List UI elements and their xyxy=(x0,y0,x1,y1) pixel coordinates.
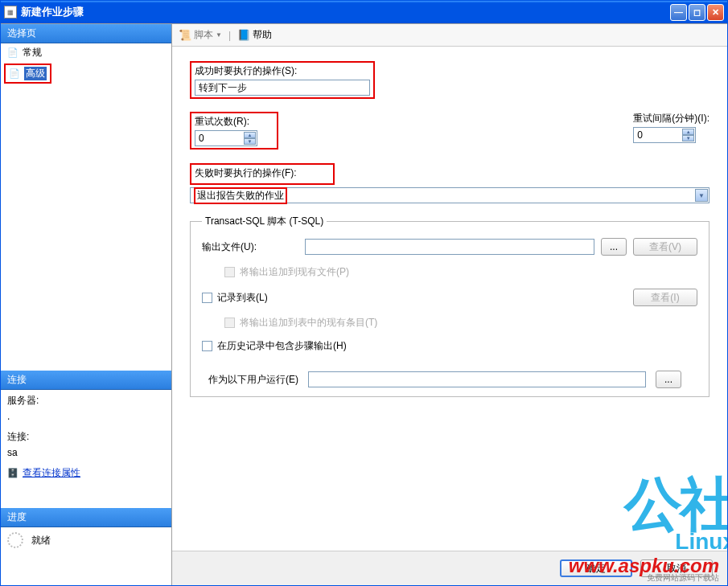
combo-value: 退出报告失败的作业 xyxy=(197,190,284,201)
connection-value: sa xyxy=(7,447,165,458)
titlebar: ▦ 新建作业步骤 — ◻ ✕ xyxy=(1,1,727,23)
spinner-value: 0 xyxy=(199,133,204,144)
retry-count-label: 重试次数(R): xyxy=(195,115,274,129)
spinner-value: 0 xyxy=(637,129,643,141)
script-icon: 📜 xyxy=(179,29,191,41)
server-value: . xyxy=(7,411,165,422)
view-v-button: 查看(V) xyxy=(633,238,697,256)
maximize-button[interactable]: ◻ xyxy=(689,4,705,21)
content-area: 成功时要执行的操作(S): 转到下一步 ▼ 重试次数(R): xyxy=(172,47,727,551)
highlight-box: 退出报告失败的作业 xyxy=(194,187,287,204)
success-action-preview: 转到下一步 xyxy=(195,80,370,96)
highlight-box: 重试次数(R): 0 ▲ ▼ xyxy=(190,112,278,150)
combo-value: 转到下一步 xyxy=(199,81,247,95)
spin-up-icon[interactable]: ▲ xyxy=(244,132,256,138)
script-button[interactable]: 📜 脚本 ▼ xyxy=(179,28,222,42)
sidebar-header-connection: 连接 xyxy=(1,371,171,390)
watermark-text: 公社 xyxy=(624,466,727,543)
dialog-window: ▦ 新建作业步骤 — ◻ ✕ 选择页 📄 常规 📄 高级 xyxy=(0,0,728,586)
toolbar: 📜 脚本 ▼ | 📘 帮助 xyxy=(172,24,727,47)
page-icon: 📄 xyxy=(9,68,20,80)
highlight-box: 失败时要执行的操作(F): xyxy=(190,163,335,185)
log-table-label: 记录到表(L) xyxy=(217,291,268,305)
help-button[interactable]: 📘 帮助 xyxy=(237,28,272,42)
history-label: 在历史记录中包含步骤输出(H) xyxy=(217,339,347,353)
window-buttons: — ◻ ✕ xyxy=(670,4,724,21)
fail-action-label: 失败时要执行的操作(F): xyxy=(195,166,330,180)
connection-label: 连接: xyxy=(7,430,165,444)
highlight-box: 成功时要执行的操作(S): 转到下一步 xyxy=(190,61,375,99)
run-as-input[interactable] xyxy=(308,371,646,387)
retry-interval-label: 重试间隔(分钟)(I): xyxy=(633,112,709,125)
browse-button[interactable]: ... xyxy=(601,238,627,256)
output-file-label: 输出文件(U): xyxy=(202,240,298,254)
view-connection-link[interactable]: 查看连接属性 xyxy=(23,466,80,480)
app-icon: ▦ xyxy=(4,6,17,18)
success-action-label: 成功时要执行的操作(S): xyxy=(195,64,370,78)
minimize-button[interactable]: — xyxy=(670,4,687,21)
sidebar-item-advanced[interactable]: 📄 高级 xyxy=(7,66,48,81)
append-table-label: 将输出追加到表中的现有条目(T) xyxy=(240,316,377,330)
fail-action-combo[interactable]: 退出报告失败的作业 ▼ xyxy=(190,187,709,203)
bottom-bar: 确定 取消 www.aspku.com 免费网站源码下载站 xyxy=(172,551,727,585)
sidebar-header-select: 选择页 xyxy=(1,24,171,43)
output-file-input[interactable] xyxy=(305,239,594,255)
toolbar-separator: | xyxy=(228,30,231,41)
sidebar-item-general[interactable]: 📄 常规 xyxy=(1,43,171,62)
retry-interval-input[interactable]: 0 ▲ ▼ xyxy=(633,127,696,143)
sidebar: 选择页 📄 常规 📄 高级 连接 服务器: . 连接: sa xyxy=(1,24,172,585)
server-label: 服务器: xyxy=(7,394,165,408)
dropdown-arrow-icon: ▼ xyxy=(216,31,222,39)
progress-spinner-icon xyxy=(7,532,23,548)
help-icon: 📘 xyxy=(237,29,250,41)
window-title: 新建作业步骤 xyxy=(21,5,670,19)
append-file-label: 将输出追加到现有文件(P) xyxy=(240,265,349,279)
watermark: 公社 Linux xyxy=(624,466,727,551)
run-as-label: 作为以下用户运行(E) xyxy=(208,373,298,387)
page-icon: 📄 xyxy=(7,47,19,59)
progress-row: 就绪 xyxy=(1,527,171,553)
spin-up-icon[interactable]: ▲ xyxy=(682,129,694,135)
retry-count-input[interactable]: 0 ▲ ▼ xyxy=(195,130,257,146)
chevron-down-icon[interactable]: ▼ xyxy=(695,86,708,99)
toolbar-label: 脚本 xyxy=(194,28,213,42)
sidebar-item-label: 高级 xyxy=(24,67,47,80)
connection-block: 服务器: . 连接: sa 🗄️ 查看连接属性 xyxy=(1,390,171,484)
sidebar-header-progress: 进度 xyxy=(1,508,171,527)
highlight-box: 📄 高级 xyxy=(4,64,51,84)
history-checkbox[interactable] xyxy=(202,341,212,351)
spin-down-icon[interactable]: ▼ xyxy=(682,135,694,141)
watermark-sub: Linux xyxy=(624,529,727,551)
properties-icon: 🗄️ xyxy=(7,468,19,479)
log-table-checkbox[interactable] xyxy=(202,293,212,303)
watermark-tag: 免费网站源码下载站 xyxy=(647,572,719,584)
view-i-button: 查看(I) xyxy=(633,289,697,306)
spin-down-icon[interactable]: ▼ xyxy=(244,138,256,145)
dialog-body: 选择页 📄 常规 📄 高级 连接 服务器: . 连接: sa xyxy=(1,23,727,585)
close-button[interactable]: ✕ xyxy=(707,4,724,21)
run-as-browse-button[interactable]: ... xyxy=(656,371,681,388)
sidebar-item-label: 常规 xyxy=(23,46,42,59)
toolbar-label: 帮助 xyxy=(253,28,272,42)
chevron-down-icon[interactable]: ▼ xyxy=(695,189,708,202)
tsql-legend: Transact-SQL 脚本 (T-SQL) xyxy=(202,215,327,228)
tsql-fieldset: Transact-SQL 脚本 (T-SQL) 输出文件(U): ... 查看(… xyxy=(190,215,709,397)
append-file-checkbox xyxy=(224,267,235,277)
progress-status: 就绪 xyxy=(31,534,51,547)
main-panel: 📜 脚本 ▼ | 📘 帮助 成功时要执行的操作(S): 转到下一步 xyxy=(172,24,727,585)
append-table-checkbox xyxy=(224,318,235,328)
